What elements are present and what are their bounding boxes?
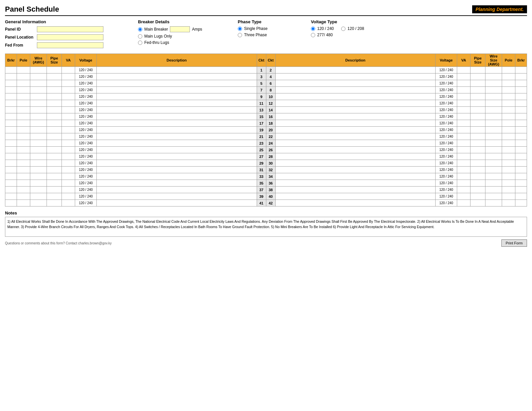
table-cell[interactable] bbox=[275, 187, 436, 193]
table-cell[interactable] bbox=[62, 153, 75, 160]
table-cell[interactable] bbox=[30, 140, 47, 147]
table-cell[interactable] bbox=[502, 107, 515, 113]
table-cell[interactable] bbox=[502, 160, 515, 167]
table-cell[interactable] bbox=[515, 140, 527, 147]
table-cell[interactable] bbox=[5, 133, 17, 140]
table-cell[interactable] bbox=[515, 147, 527, 153]
table-cell[interactable] bbox=[515, 87, 527, 93]
table-cell[interactable] bbox=[47, 167, 62, 173]
table-cell[interactable] bbox=[17, 100, 30, 107]
table-cell[interactable] bbox=[470, 173, 485, 180]
table-cell[interactable] bbox=[457, 113, 470, 120]
table-cell[interactable] bbox=[47, 133, 62, 140]
table-cell[interactable] bbox=[62, 167, 75, 173]
table-cell[interactable] bbox=[30, 153, 47, 160]
table-cell[interactable] bbox=[515, 100, 527, 107]
table-cell[interactable] bbox=[30, 147, 47, 153]
table-cell[interactable] bbox=[17, 193, 30, 200]
table-cell[interactable] bbox=[5, 200, 17, 206]
table-cell[interactable] bbox=[62, 160, 75, 167]
table-cell[interactable] bbox=[97, 140, 257, 147]
table-cell[interactable] bbox=[97, 200, 257, 206]
table-cell[interactable] bbox=[457, 173, 470, 180]
table-cell[interactable] bbox=[62, 140, 75, 147]
table-cell[interactable] bbox=[515, 120, 527, 127]
panel-id-input[interactable] bbox=[37, 26, 103, 32]
table-cell[interactable] bbox=[5, 67, 17, 73]
table-cell[interactable] bbox=[5, 73, 17, 80]
table-cell[interactable] bbox=[47, 127, 62, 133]
table-cell[interactable] bbox=[17, 180, 30, 187]
table-cell[interactable] bbox=[485, 100, 502, 107]
table-cell[interactable] bbox=[502, 180, 515, 187]
table-cell[interactable] bbox=[457, 120, 470, 127]
table-cell[interactable] bbox=[47, 73, 62, 80]
table-cell[interactable] bbox=[62, 80, 75, 87]
table-cell[interactable] bbox=[17, 173, 30, 180]
table-cell[interactable] bbox=[502, 147, 515, 153]
table-cell[interactable] bbox=[97, 120, 257, 127]
single-phase-radio[interactable] bbox=[238, 27, 242, 31]
table-cell[interactable] bbox=[485, 180, 502, 187]
table-cell[interactable] bbox=[485, 113, 502, 120]
table-cell[interactable] bbox=[17, 73, 30, 80]
table-cell[interactable] bbox=[97, 160, 257, 167]
table-cell[interactable] bbox=[17, 113, 30, 120]
table-cell[interactable] bbox=[457, 153, 470, 160]
table-cell[interactable] bbox=[17, 87, 30, 93]
table-cell[interactable] bbox=[17, 133, 30, 140]
table-cell[interactable] bbox=[62, 193, 75, 200]
table-cell[interactable] bbox=[457, 107, 470, 113]
table-cell[interactable] bbox=[485, 133, 502, 140]
table-cell[interactable] bbox=[62, 147, 75, 153]
table-cell[interactable] bbox=[17, 80, 30, 87]
table-cell[interactable] bbox=[97, 73, 257, 80]
table-cell[interactable] bbox=[97, 153, 257, 160]
table-cell[interactable] bbox=[97, 167, 257, 173]
table-cell[interactable] bbox=[5, 187, 17, 193]
table-cell[interactable] bbox=[275, 127, 436, 133]
table-cell[interactable] bbox=[97, 107, 257, 113]
table-cell[interactable] bbox=[485, 167, 502, 173]
table-cell[interactable] bbox=[502, 100, 515, 107]
table-cell[interactable] bbox=[470, 180, 485, 187]
table-cell[interactable] bbox=[515, 127, 527, 133]
table-cell[interactable] bbox=[47, 200, 62, 206]
table-cell[interactable] bbox=[457, 67, 470, 73]
table-cell[interactable] bbox=[485, 193, 502, 200]
table-cell[interactable] bbox=[47, 67, 62, 73]
table-cell[interactable] bbox=[47, 180, 62, 187]
table-cell[interactable] bbox=[502, 167, 515, 173]
table-cell[interactable] bbox=[502, 73, 515, 80]
table-cell[interactable] bbox=[485, 87, 502, 93]
table-cell[interactable] bbox=[5, 113, 17, 120]
table-cell[interactable] bbox=[502, 153, 515, 160]
table-cell[interactable] bbox=[30, 80, 47, 87]
table-cell[interactable] bbox=[485, 153, 502, 160]
table-cell[interactable] bbox=[30, 173, 47, 180]
table-cell[interactable] bbox=[457, 127, 470, 133]
table-cell[interactable] bbox=[5, 100, 17, 107]
v277-480-radio[interactable] bbox=[311, 33, 315, 37]
v120-240-radio[interactable] bbox=[311, 27, 315, 31]
table-cell[interactable] bbox=[457, 133, 470, 140]
table-cell[interactable] bbox=[30, 160, 47, 167]
table-cell[interactable] bbox=[275, 87, 436, 93]
table-cell[interactable] bbox=[470, 87, 485, 93]
table-cell[interactable] bbox=[47, 120, 62, 127]
table-cell[interactable] bbox=[30, 100, 47, 107]
table-cell[interactable] bbox=[47, 173, 62, 180]
table-cell[interactable] bbox=[97, 193, 257, 200]
table-cell[interactable] bbox=[457, 147, 470, 153]
table-cell[interactable] bbox=[515, 133, 527, 140]
table-cell[interactable] bbox=[47, 193, 62, 200]
table-cell[interactable] bbox=[457, 73, 470, 80]
table-cell[interactable] bbox=[457, 87, 470, 93]
table-cell[interactable] bbox=[5, 173, 17, 180]
table-cell[interactable] bbox=[470, 160, 485, 167]
table-cell[interactable] bbox=[97, 100, 257, 107]
table-cell[interactable] bbox=[515, 107, 527, 113]
table-cell[interactable] bbox=[515, 93, 527, 100]
table-cell[interactable] bbox=[470, 113, 485, 120]
table-cell[interactable] bbox=[5, 120, 17, 127]
